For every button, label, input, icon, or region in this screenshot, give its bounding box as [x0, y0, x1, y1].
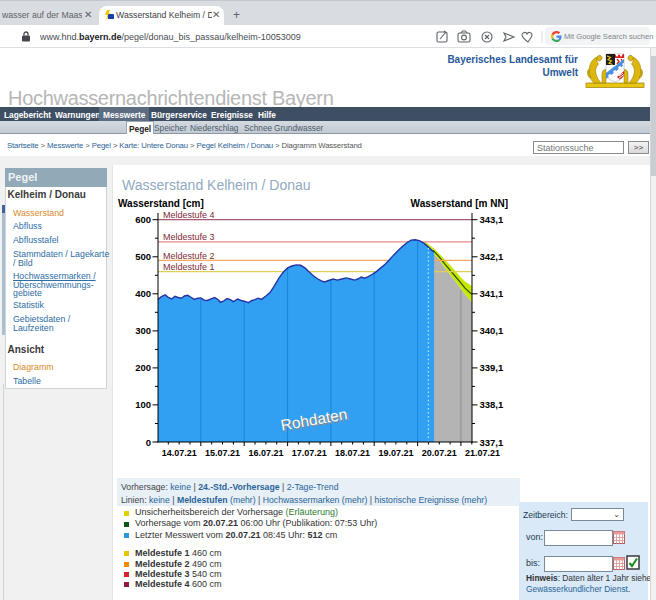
svg-text:19.07.21: 19.07.21	[378, 448, 413, 458]
svg-text:Meldestufe 4: Meldestufe 4	[163, 210, 215, 220]
svg-text:18.07.21: 18.07.21	[335, 448, 370, 458]
svg-text:200: 200	[135, 362, 151, 373]
svg-text:21.07.21: 21.07.21	[465, 448, 500, 458]
svg-text:337,1: 337,1	[480, 437, 504, 448]
svg-text:600: 600	[135, 214, 151, 225]
svg-text:400: 400	[135, 288, 151, 299]
svg-text:342,1: 342,1	[480, 251, 504, 262]
svg-text:Meldestufe 2: Meldestufe 2	[163, 251, 215, 261]
svg-text:338,1: 338,1	[480, 399, 504, 410]
svg-text:339,1: 339,1	[480, 362, 504, 373]
svg-text:16.07.21: 16.07.21	[248, 448, 283, 458]
svg-text:15.07.21: 15.07.21	[205, 448, 240, 458]
svg-text:Meldestufe 1: Meldestufe 1	[163, 262, 215, 272]
svg-text:300: 300	[135, 325, 151, 336]
svg-text:340,1: 340,1	[480, 325, 504, 336]
svg-text:100: 100	[135, 399, 151, 410]
svg-text:Meldestufe 3: Meldestufe 3	[163, 232, 215, 242]
svg-text:20.07.21: 20.07.21	[422, 448, 457, 458]
svg-text:341,1: 341,1	[480, 288, 504, 299]
svg-text:17.07.21: 17.07.21	[292, 448, 327, 458]
svg-text:343,1: 343,1	[480, 214, 504, 225]
svg-text:Wasserstand [cm]: Wasserstand [cm]	[118, 198, 204, 209]
svg-text:0: 0	[146, 437, 151, 448]
svg-text:500: 500	[135, 251, 151, 262]
svg-text:Wasserstand [m NN]: Wasserstand [m NN]	[411, 198, 508, 209]
svg-text:14.07.21: 14.07.21	[162, 448, 197, 458]
